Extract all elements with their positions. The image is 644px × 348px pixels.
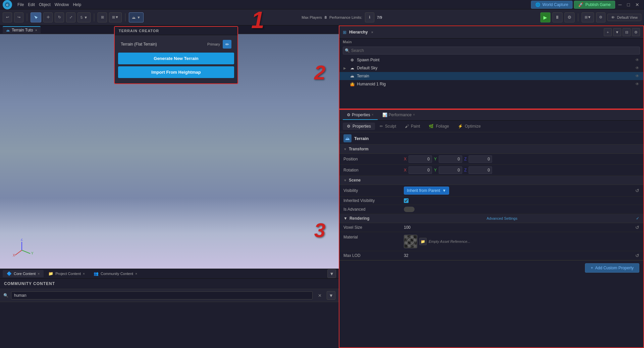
visibility-toggle-humanoid[interactable]: 👁 (635, 82, 639, 86)
rotation-y-input[interactable] (439, 166, 462, 174)
properties-tab[interactable]: ⚙ Properties × (343, 111, 378, 120)
hier-collapse-button[interactable]: ⊟ (623, 28, 631, 36)
scene-section-header[interactable]: ▼ Scene (339, 176, 643, 185)
visibility-reset-button[interactable]: ↺ (635, 188, 639, 193)
material-preview-thumbnail (404, 235, 417, 248)
terrain-tab-close[interactable]: × (35, 28, 37, 32)
community-content-tab-close[interactable]: × (135, 272, 137, 276)
transform-section-header[interactable]: ▼ Transform (339, 145, 643, 154)
generate-terrain-button[interactable]: Generate New Terrain (118, 53, 234, 64)
perf-info-button[interactable]: ℹ (365, 12, 374, 22)
content-tabs-bar: 🔷 Core Content × 📁 Project Content × 👥 C… (0, 269, 339, 279)
terrain-type-row: Terrain (Flat Terrain) Primary ✏ (118, 39, 234, 50)
hier-add-button[interactable]: + (604, 28, 612, 36)
visibility-toggle-sky[interactable]: 👁 (635, 66, 639, 70)
material-row: Material (339, 232, 643, 251)
advanced-settings-link[interactable]: Advanced Settings (487, 216, 518, 220)
hierarchy-item-terrain[interactable]: ⛰ Terrain 👁 (339, 72, 643, 80)
play-settings-button[interactable]: ⚙ (565, 12, 575, 22)
rendering-collapse-button[interactable]: ▼ Rendering (343, 216, 369, 221)
visibility-toggle-spawn[interactable]: 👁 (635, 58, 639, 62)
menu-object[interactable]: Object (39, 2, 51, 7)
performance-tab-close[interactable]: × (413, 113, 415, 117)
svg-rect-24 (414, 245, 417, 248)
hierarchy-item-spawn[interactable]: ⊕ Spawn Point 👁 (339, 56, 643, 64)
menu-edit[interactable]: Edit (28, 2, 35, 7)
menu-file[interactable]: File (17, 2, 24, 7)
project-content-tab-close[interactable]: × (83, 272, 85, 276)
rotation-x-input[interactable] (409, 166, 432, 174)
sub-tab-foliage[interactable]: 🌿 Foliage (425, 123, 453, 130)
terrain-tool-dropdown[interactable]: ⛰ ▼ (129, 12, 144, 22)
position-y-input[interactable] (439, 155, 462, 163)
close-button[interactable]: ✕ (633, 1, 641, 8)
position-row: Position X Y Z (339, 154, 643, 165)
position-z-input[interactable] (469, 155, 492, 163)
minimize-button[interactable]: ─ (616, 1, 624, 8)
select-tool-button[interactable] (31, 12, 41, 22)
sub-tab-properties[interactable]: ⚙ Properties (343, 123, 375, 130)
sub-properties-icon: ⚙ (347, 124, 351, 129)
community-filter-button[interactable]: ▼ (327, 291, 335, 300)
dropdown-arrow-icon: ▼ (442, 188, 446, 193)
visibility-toggle-terrain[interactable]: 👁 (635, 74, 639, 78)
scale-tool-button[interactable]: ⤢ (66, 12, 75, 22)
hierarchy-item-sky[interactable]: ▶ ☁ Default Sky 👁 (339, 64, 643, 72)
hierarchy-close-button[interactable]: × (371, 30, 373, 34)
snap-dropdown[interactable]: ⊞▼ (109, 12, 122, 22)
redo-button[interactable]: ↪ (14, 12, 23, 22)
material-browse-button[interactable]: 📁 (419, 238, 427, 245)
properties-tab-close[interactable]: × (372, 113, 374, 117)
annotation-2: 2 (314, 61, 325, 84)
default-view-button[interactable]: 👁 Default View (607, 14, 641, 21)
publish-game-button[interactable]: 🚀 Publish Game (574, 1, 615, 9)
voxel-size-reset-button[interactable]: ↺ (635, 225, 639, 230)
hierarchy-item-humanoid[interactable]: 🤷 Humanoid 1 Rig 👁 (339, 80, 643, 88)
move-tool-button[interactable]: ✛ (43, 12, 53, 22)
terrain-panel-body: Terrain (Flat Terrain) Primary ✏ Generat… (115, 35, 237, 83)
hierarchy-search-input[interactable] (343, 47, 640, 55)
grid-button[interactable]: ⊞ (98, 12, 107, 22)
terrain-edit-button[interactable]: ✏ (223, 40, 231, 49)
core-content-tab-close[interactable]: × (38, 272, 40, 276)
core-content-tab[interactable]: 🔷 Core Content × (3, 270, 44, 277)
is-advanced-toggle[interactable] (404, 207, 415, 212)
max-lod-reset-button[interactable]: ↺ (635, 253, 639, 258)
rotate-tool-button[interactable]: ↻ (55, 12, 64, 22)
inherited-visibility-checkbox[interactable] (404, 198, 409, 203)
number-dropdown[interactable]: 5 ▼ (77, 12, 91, 22)
community-search-input[interactable] (11, 291, 313, 299)
scene-tab-terrain[interactable]: ⛰ Terrain Tuto × (3, 26, 41, 33)
rotation-z-input[interactable] (469, 166, 492, 174)
sub-tab-sculpt[interactable]: ✏ Sculpt (376, 123, 400, 130)
settings-icon-button[interactable]: ⚙ (596, 12, 605, 22)
y-axis-label: Y (434, 157, 437, 161)
hier-settings-button[interactable]: ⚙ (632, 28, 640, 36)
pause-button[interactable]: ⏸ (552, 12, 562, 22)
maximize-button[interactable]: □ (625, 1, 632, 8)
performance-tab[interactable]: 📊 Performance × (378, 111, 419, 120)
voxel-size-value: 100 (404, 225, 635, 230)
rx-axis-label: X (404, 168, 407, 172)
world-capture-button[interactable]: 🌐 World Capture (531, 1, 573, 9)
layout-button[interactable]: ⊞▼ (582, 12, 594, 22)
import-heightmap-button[interactable]: Import From Heightmap (118, 66, 234, 78)
community-clear-button[interactable]: ✕ (315, 291, 324, 300)
add-custom-property-button[interactable]: + Add Custom Property (585, 263, 639, 273)
menu-window[interactable]: Window (55, 2, 69, 7)
hier-filter-button[interactable]: ▼ (613, 28, 621, 36)
plus-icon: + (591, 266, 593, 270)
menu-bar: C File Edit Object Window Help 🌐 World C… (0, 0, 644, 9)
sub-tab-optimize[interactable]: ⚡ Optimize (454, 123, 485, 130)
x-axis-label: X (404, 157, 407, 161)
position-x-input[interactable] (409, 155, 432, 163)
sub-tab-paint[interactable]: 🖌 Paint (401, 123, 424, 130)
menu-help[interactable]: Help (73, 2, 81, 7)
project-content-tab[interactable]: 📁 Project Content × (44, 270, 89, 277)
visibility-dropdown[interactable]: Inherit from Parent ▼ (404, 187, 449, 195)
play-button[interactable]: ▶ (540, 12, 550, 22)
content-filter-button[interactable]: ▼ (327, 269, 336, 278)
hierarchy-tools: + ▼ ⊟ ⚙ (604, 28, 640, 36)
undo-button[interactable]: ↩ (3, 12, 12, 22)
community-content-tab[interactable]: 👥 Community Content × (90, 270, 141, 277)
